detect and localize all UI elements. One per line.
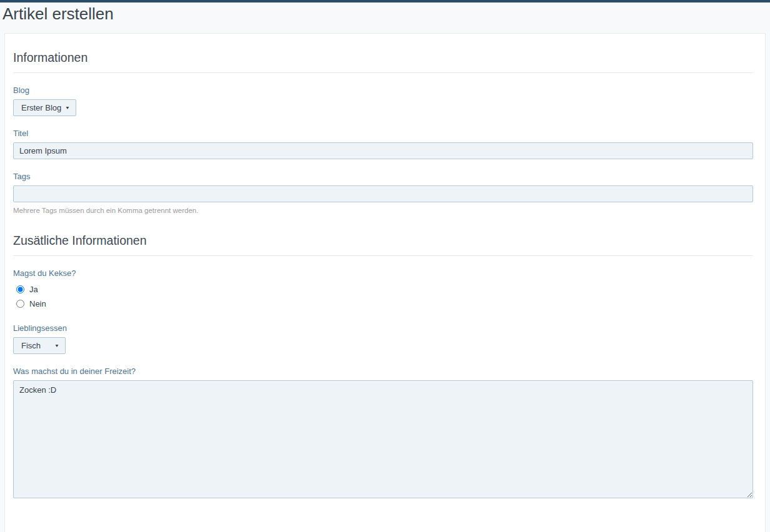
section-heading-veroeffentlichung: Veröffentlichung bbox=[13, 530, 753, 532]
field-lieblingsessen: Lieblingsessen Fisch ▼ bbox=[13, 323, 753, 354]
titel-label: Titel bbox=[13, 129, 753, 138]
freizeit-label: Was machst du in deiner Freizeit? bbox=[13, 367, 753, 376]
top-accent-bar bbox=[0, 0, 770, 2]
tags-label: Tags bbox=[13, 172, 753, 181]
page-title: Artikel erstellen bbox=[2, 4, 770, 24]
lieblingsessen-label: Lieblingsessen bbox=[13, 323, 753, 333]
kekse-radio-group: Ja Nein bbox=[13, 282, 753, 311]
chevron-down-icon: ▼ bbox=[54, 343, 59, 348]
divider bbox=[13, 72, 753, 73]
radio-nein-label: Nein bbox=[29, 299, 46, 308]
field-kekse: Magst du Kekse? Ja Nein bbox=[13, 268, 753, 311]
field-blog: Blog Erster Blog ▼ bbox=[13, 86, 753, 116]
titel-input[interactable] bbox=[13, 142, 753, 159]
field-tags: Tags Mehrere Tags müssen durch ein Komma… bbox=[13, 172, 753, 214]
form-card: Informationen Blog Erster Blog ▼ Titel T… bbox=[4, 33, 766, 532]
radio-ja-input[interactable] bbox=[16, 285, 24, 293]
tags-input[interactable] bbox=[13, 185, 753, 202]
blog-select[interactable]: Erster Blog ▼ bbox=[13, 99, 76, 116]
blog-label: Blog bbox=[13, 86, 753, 95]
divider bbox=[13, 255, 753, 256]
radio-ja-label: Ja bbox=[29, 285, 38, 294]
radio-nein-input[interactable] bbox=[16, 300, 24, 308]
section-heading-informationen: Informationen bbox=[13, 50, 753, 65]
field-freizeit: Was machst du in deiner Freizeit? Zocken… bbox=[13, 367, 753, 498]
radio-option-nein[interactable]: Nein bbox=[16, 297, 753, 311]
tags-help-text: Mehrere Tags müssen durch ein Komma getr… bbox=[13, 207, 753, 214]
lieblingsessen-select[interactable]: Fisch ▼ bbox=[13, 337, 66, 354]
field-titel: Titel bbox=[13, 129, 753, 159]
kekse-label: Magst du Kekse? bbox=[13, 268, 753, 278]
blog-select-value: Erster Blog bbox=[21, 103, 61, 112]
chevron-down-icon: ▼ bbox=[65, 106, 70, 110]
lieblingsessen-select-value: Fisch bbox=[21, 341, 41, 350]
section-heading-zusaetliche-informationen: Zusätliche Informationen bbox=[13, 233, 753, 248]
freizeit-textarea[interactable]: Zocken :D bbox=[13, 380, 753, 498]
radio-option-ja[interactable]: Ja bbox=[16, 282, 753, 297]
